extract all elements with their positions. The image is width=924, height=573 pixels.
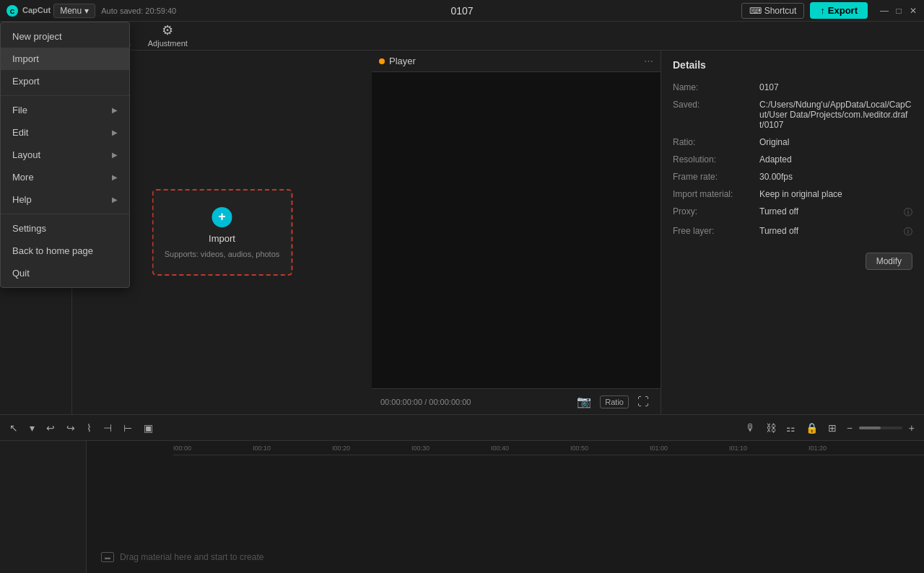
quit-label: Quit <box>12 268 30 279</box>
zoom-out-button[interactable]: − <box>843 420 856 436</box>
detail-resolution-value: Adapted <box>759 154 912 165</box>
menu-item-back-to-home[interactable]: Back to home page <box>1 240 129 262</box>
timeline-content[interactable]: ▬ Drag material here and start to create <box>87 455 924 573</box>
detail-import-material-value: Keep in original place <box>759 189 912 199</box>
file-label: File <box>12 105 27 115</box>
detail-import-material-label: Import material: <box>673 189 759 199</box>
menu-item-settings[interactable]: Settings <box>1 217 129 240</box>
detail-framerate-value: 30.00fps <box>759 172 912 182</box>
menu-item-import[interactable]: Import <box>1 48 129 70</box>
import-plus-icon: + <box>212 207 232 227</box>
cursor-dropdown-button[interactable]: ▾ <box>26 420 38 436</box>
detail-ratio-value: Original <box>759 137 912 147</box>
keyboard-icon: ⌨ <box>749 6 762 16</box>
menu-item-quit[interactable]: Quit <box>1 262 129 284</box>
screenshot-button[interactable]: 📷 <box>574 393 594 410</box>
ratio-button[interactable]: Ratio <box>600 395 629 408</box>
time-total: 00:00:00:00 <box>429 398 471 406</box>
fullscreen-button[interactable]: ⛶ <box>635 394 652 410</box>
maximize-button[interactable]: □ <box>894 6 904 16</box>
more-label: More <box>12 172 34 183</box>
detail-proxy-row: Proxy: Turned off ⓘ <box>673 206 912 219</box>
grid-button[interactable]: ⊞ <box>824 420 840 436</box>
zoom-in-button[interactable]: + <box>905 420 918 436</box>
shortcut-button[interactable]: ⌨ Shortcut <box>741 3 805 19</box>
detail-saved-row: Saved: C:/Users/Ndung'u/AppData/Local/Ca… <box>673 100 912 130</box>
toolbar: ✦ Effects ⇌ Transitions ◈ Filters ⚙ Adju… <box>0 22 924 51</box>
project-title: 0107 <box>450 5 473 17</box>
drag-hint: ▬ Drag material here and start to create <box>101 552 263 562</box>
player-controls: 00:00:00:00 / 00:00:00:00 📷 Ratio ⛶ <box>372 388 661 414</box>
link-button[interactable]: ⛓ <box>762 420 780 436</box>
import-label: Import <box>12 53 39 64</box>
cursor-tool-button[interactable]: ↖ <box>6 420 22 436</box>
ruler-mark: I00:50 <box>570 445 588 452</box>
layout-label: Layout <box>12 149 40 160</box>
menu-item-help[interactable]: Help ▶ <box>1 188 129 211</box>
detail-saved-value: C:/Users/Ndung'u/AppData/Local/CapCut/Us… <box>759 100 912 130</box>
new-project-label: New project <box>12 31 62 42</box>
detail-freelayer-row: Free layer: Turned off ⓘ <box>673 226 912 238</box>
topbar-right: ⌨ Shortcut ↑ Export — □ ✕ <box>741 2 918 19</box>
menu-item-layout[interactable]: Layout ▶ <box>1 144 129 166</box>
menu-item-more[interactable]: More ▶ <box>1 166 129 188</box>
toolbar-adjustment[interactable]: ⚙ Adjustment <box>148 24 188 48</box>
modify-button[interactable]: Modify <box>866 253 912 270</box>
split-button[interactable]: ⌇ <box>83 420 95 436</box>
settings-label: Settings <box>12 223 46 234</box>
detail-name-row: Name: 0107 <box>673 82 912 92</box>
import-area[interactable]: + Import Supports: videos, audios, photo… <box>152 189 292 276</box>
menu-item-export[interactable]: Export <box>1 70 129 92</box>
menu-item-file[interactable]: File ▶ <box>1 99 129 121</box>
ratio-label: Ratio <box>605 398 624 406</box>
menu-button[interactable]: Menu ▾ <box>53 4 95 18</box>
menu-item-new-project[interactable]: New project <box>1 25 129 48</box>
magnet-button[interactable]: ⚏ <box>783 420 799 436</box>
detail-freelayer-label: Free layer: <box>673 226 759 238</box>
help-arrow-icon: ▶ <box>112 196 118 204</box>
timeline-toolbar: ↖ ▾ ↩ ↪ ⌇ ⊣ ⊢ ▣ 🎙 ⛓ ⚏ 🔒 ⊞ − + <box>0 415 924 441</box>
adjustment-label: Adjustment <box>148 39 188 48</box>
player-time-display: 00:00:00:00 / 00:00:00:00 <box>380 398 471 406</box>
proxy-info-icon[interactable]: ⓘ <box>904 206 912 219</box>
ruler-mark: I01:10 <box>729 445 747 452</box>
detail-name-value: 0107 <box>759 82 912 92</box>
lock-button[interactable]: 🔒 <box>802 420 821 436</box>
ruler-mark: I00:30 <box>411 445 430 452</box>
close-button[interactable]: ✕ <box>908 6 918 16</box>
player-panel: Player ⋯ 00:00:00:00 / 00:00:00:00 📷 Rat… <box>372 51 661 414</box>
svg-text:C: C <box>10 8 15 15</box>
timeline-ruler: I00:00 I00:10 I00:20 I00:30 I00:40 I00:5… <box>173 441 924 455</box>
player-content <box>372 72 661 388</box>
redo-button[interactable]: ↪ <box>63 420 79 436</box>
time-current: 00:00:00:00 <box>380 398 422 406</box>
detail-proxy-label: Proxy: <box>673 206 759 219</box>
export-label: Export <box>828 5 858 16</box>
minimize-button[interactable]: — <box>879 6 889 16</box>
detail-ratio-row: Ratio: Original <box>673 137 912 147</box>
crop-button[interactable]: ▣ <box>140 420 157 436</box>
menu-divider-2 <box>1 214 129 214</box>
menu-item-edit[interactable]: Edit ▶ <box>1 121 129 144</box>
detail-resolution-label: Resolution: <box>673 154 759 165</box>
app-logo: C CapCut <box>6 4 51 17</box>
layout-arrow-icon: ▶ <box>112 151 118 159</box>
trim-right-button[interactable]: ⊢ <box>120 420 136 436</box>
back-to-home-label: Back to home page <box>12 245 93 256</box>
player-label: Player <box>389 56 416 66</box>
timeline-track-labels <box>0 441 87 573</box>
edit-arrow-icon: ▶ <box>112 128 118 136</box>
timeline-area: ↖ ▾ ↩ ↪ ⌇ ⊣ ⊢ ▣ 🎙 ⛓ ⚏ 🔒 ⊞ − + I00:00 I00… <box>0 414 924 573</box>
mic-button[interactable]: 🎙 <box>742 420 759 436</box>
menu-divider-1 <box>1 95 129 96</box>
trim-left-button[interactable]: ⊣ <box>100 420 116 436</box>
player-menu-icon[interactable]: ⋯ <box>644 56 653 66</box>
menu-label: Menu <box>60 6 82 16</box>
detail-import-material-row: Import material: Keep in original place <box>673 189 912 199</box>
details-panel: Details Name: 0107 Saved: C:/Users/Ndung… <box>661 51 924 414</box>
export-button[interactable]: ↑ Export <box>810 2 868 19</box>
freelayer-info-icon[interactable]: ⓘ <box>904 226 912 238</box>
undo-button[interactable]: ↩ <box>43 420 58 436</box>
app-name: CapCut <box>22 5 51 14</box>
detail-name-label: Name: <box>673 82 759 92</box>
